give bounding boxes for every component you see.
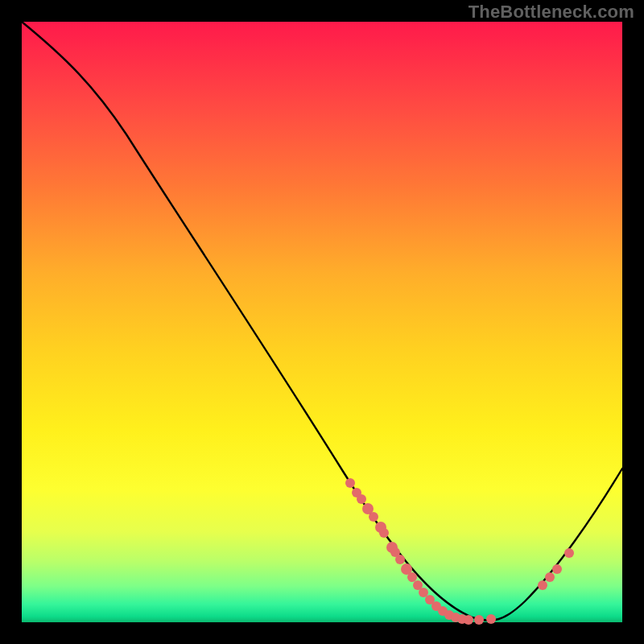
plot-area	[22, 22, 622, 622]
chart-svg	[22, 22, 622, 622]
watermark-text: TheBottleneck.com	[469, 2, 634, 23]
data-point	[552, 564, 562, 574]
data-point	[464, 615, 473, 625]
data-point	[474, 615, 484, 625]
data-point	[564, 548, 574, 558]
data-point	[357, 494, 366, 504]
data-point	[379, 528, 389, 538]
data-point	[345, 478, 355, 488]
data-point	[395, 555, 405, 564]
data-point	[486, 614, 496, 624]
data-point	[545, 572, 555, 582]
chart-frame: TheBottleneck.com	[0, 0, 644, 644]
data-point	[538, 580, 547, 590]
data-point	[407, 572, 417, 582]
bottleneck-curve	[22, 22, 622, 621]
data-point	[419, 588, 428, 597]
data-point	[369, 512, 378, 522]
